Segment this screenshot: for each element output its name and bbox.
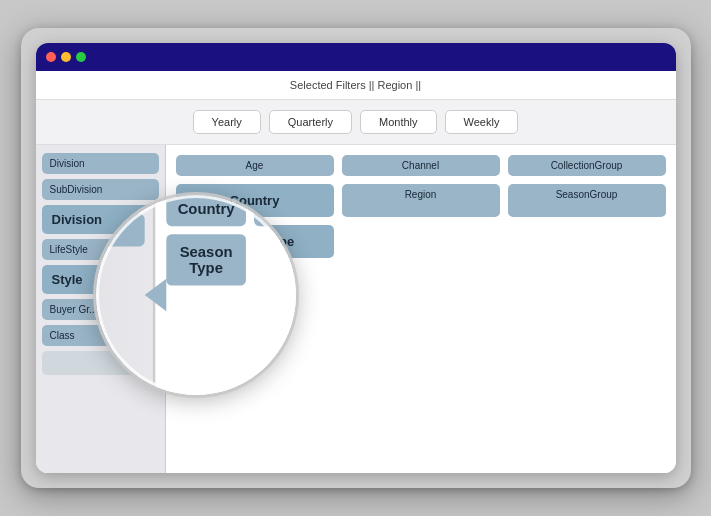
tag-collectiongroup[interactable]: CollectionGroup xyxy=(508,155,666,176)
quarterly-button[interactable]: Quarterly xyxy=(269,110,352,134)
sidebar-item-class[interactable]: Class xyxy=(42,325,159,346)
sidebar-item-division-large[interactable]: Division xyxy=(42,205,159,234)
tag-seasongroup[interactable]: SeasonGroup xyxy=(508,184,666,217)
tag-seasontype[interactable]: Season Type xyxy=(176,225,334,258)
app-window: Selected Filters || Region || Yearly Qua… xyxy=(36,43,676,473)
traffic-lights xyxy=(46,52,86,62)
content-area: Selected Filters || Region || Yearly Qua… xyxy=(36,71,676,473)
left-sidebar: Division SubDivision Division LifeStyle … xyxy=(36,145,166,473)
sidebar-item-lifestyle[interactable]: LifeStyle xyxy=(42,239,159,260)
sidebar-item-buyergroup[interactable]: Buyer Gr... xyxy=(42,299,159,320)
tag-region[interactable]: Region xyxy=(342,184,500,217)
tag-country[interactable]: Country xyxy=(176,184,334,217)
yearly-button[interactable]: Yearly xyxy=(193,110,261,134)
right-content: Age Channel CollectionGroup Country Regi… xyxy=(166,145,676,473)
sidebar-item-subdivision[interactable]: SubDivision xyxy=(42,179,159,200)
filter-bar: Selected Filters || Region || xyxy=(36,71,676,100)
period-buttons: Yearly Quarterly Monthly Weekly xyxy=(36,100,676,145)
weekly-button[interactable]: Weekly xyxy=(445,110,519,134)
sidebar-item-style[interactable]: Style xyxy=(42,265,159,294)
minimize-button[interactable] xyxy=(61,52,71,62)
tag-channel[interactable]: Channel xyxy=(342,155,500,176)
maximize-button[interactable] xyxy=(76,52,86,62)
close-button[interactable] xyxy=(46,52,56,62)
sidebar-item-blank xyxy=(42,351,159,375)
titlebar xyxy=(36,43,676,71)
outer-container: Selected Filters || Region || Yearly Qua… xyxy=(21,28,691,488)
main-area: Division SubDivision Division LifeStyle … xyxy=(36,145,676,473)
monthly-button[interactable]: Monthly xyxy=(360,110,437,134)
sidebar-item-division[interactable]: Division xyxy=(42,153,159,174)
filter-text: Selected Filters || Region || xyxy=(290,79,421,91)
tag-age[interactable]: Age xyxy=(176,155,334,176)
